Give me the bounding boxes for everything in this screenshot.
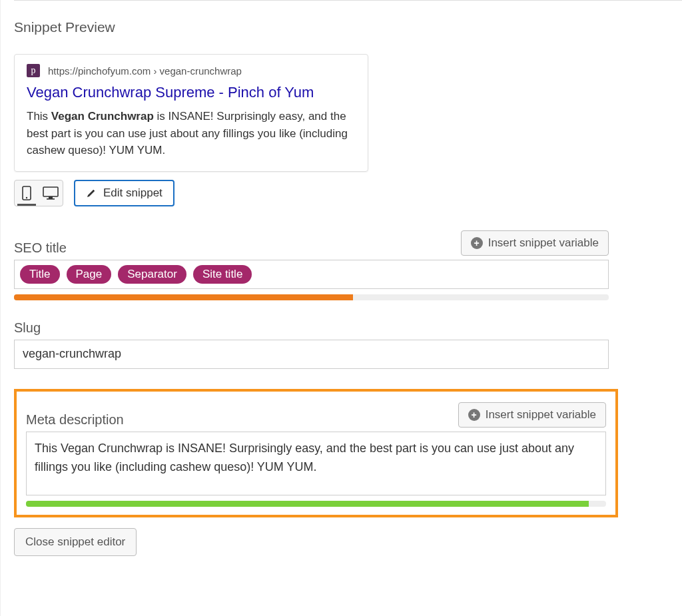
site-favicon: p bbox=[27, 64, 40, 77]
seo-title-variable-pill[interactable]: Page bbox=[67, 265, 112, 284]
edit-snippet-label: Edit snippet bbox=[103, 186, 163, 200]
seo-title-variable-pill[interactable]: Title bbox=[20, 265, 60, 284]
desktop-icon bbox=[43, 186, 59, 200]
slug-input[interactable]: vegan-crunchwrap bbox=[14, 340, 609, 369]
slug-field: Slug vegan-crunchwrap bbox=[14, 320, 609, 369]
desktop-preview-button[interactable] bbox=[39, 180, 63, 206]
preview-mode-toggle bbox=[14, 180, 63, 206]
svg-rect-4 bbox=[47, 198, 55, 200]
meta-description-field: Meta description + Insert snippet variab… bbox=[26, 402, 606, 507]
seo-title-variable-pill[interactable]: Separator bbox=[118, 265, 186, 284]
seo-title-input[interactable]: TitlePageSeparatorSite title bbox=[14, 260, 609, 289]
preview-title: Vegan Crunchwrap Supreme - Pinch of Yum bbox=[27, 84, 356, 101]
mobile-preview-button[interactable] bbox=[15, 180, 39, 206]
seo-title-variable-pill[interactable]: Site title bbox=[193, 265, 252, 284]
insert-variable-label: Insert snippet variable bbox=[488, 236, 599, 250]
meta-description-progress-bar bbox=[26, 501, 589, 507]
snippet-preview-heading: Snippet Preview bbox=[14, 19, 682, 35]
seo-title-label: SEO title bbox=[14, 240, 67, 256]
svg-rect-2 bbox=[43, 187, 58, 196]
insert-variable-label: Insert snippet variable bbox=[486, 408, 596, 422]
plus-circle-icon: + bbox=[471, 237, 483, 249]
meta-insert-variable-button[interactable]: + Insert snippet variable bbox=[458, 402, 606, 428]
meta-description-progress bbox=[26, 501, 606, 507]
close-snippet-editor-label: Close snippet editor bbox=[25, 535, 125, 549]
meta-description-label: Meta description bbox=[26, 412, 124, 428]
slug-label: Slug bbox=[14, 320, 41, 336]
snippet-preview-card: p https://pinchofyum.com › vegan-crunchw… bbox=[14, 54, 368, 172]
plus-circle-icon: + bbox=[468, 409, 480, 421]
preview-url: https://pinchofyum.com › vegan-crunchwra… bbox=[48, 65, 242, 77]
svg-rect-3 bbox=[49, 196, 53, 198]
meta-description-input[interactable]: This Vegan Crunchwrap is INSANE! Surpris… bbox=[26, 432, 606, 495]
seo-title-progress bbox=[14, 294, 609, 300]
preview-description: This Vegan Crunchwrap is INSANE! Surpris… bbox=[27, 108, 356, 159]
seo-title-progress-bar bbox=[14, 294, 353, 300]
seo-title-insert-variable-button[interactable]: + Insert snippet variable bbox=[461, 230, 609, 256]
edit-snippet-button[interactable]: Edit snippet bbox=[74, 180, 174, 206]
meta-description-highlight: Meta description + Insert snippet variab… bbox=[14, 389, 618, 517]
mobile-icon bbox=[22, 186, 31, 200]
pencil-icon bbox=[86, 188, 97, 198]
svg-point-1 bbox=[26, 196, 27, 198]
close-snippet-editor-button[interactable]: Close snippet editor bbox=[14, 528, 137, 556]
seo-title-field: SEO title + Insert snippet variable Titl… bbox=[14, 230, 609, 300]
